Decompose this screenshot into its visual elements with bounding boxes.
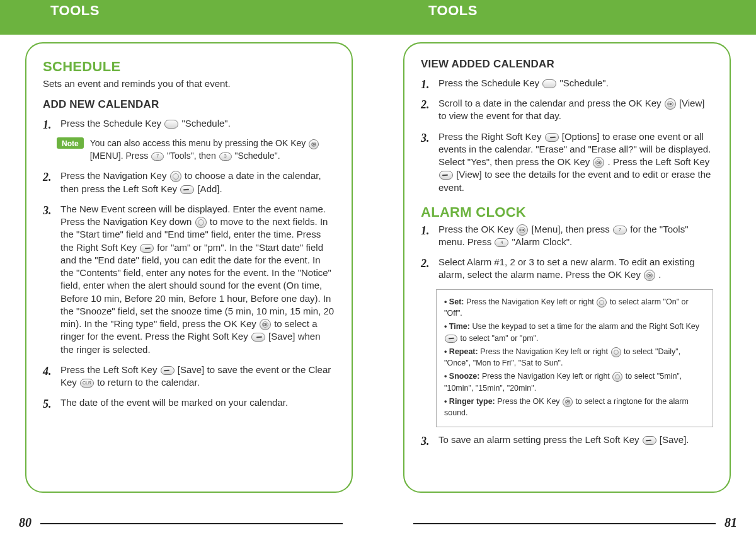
schedule-steps: Press the Schedule Key "Schedule". (43, 117, 335, 130)
page-number-left: 80 (13, 515, 38, 530)
text: "Schedule". (181, 118, 230, 129)
text: [Menu], then press (532, 224, 612, 234)
text: You can also access this menu by pressin… (90, 138, 309, 148)
key-7-icon (151, 152, 164, 161)
schedule-step-2: Press the Navigation Key to choose a dat… (43, 170, 335, 195)
content-panel-right: VIEW ADDED CALENDAR Press the Schedule K… (403, 42, 731, 493)
schedule-step-5: The date of the event will be marked on … (43, 396, 335, 409)
schedule-key-icon (542, 79, 556, 88)
alarm-step-2: Select Alarm #1, 2 or 3 to set a new ala… (421, 256, 713, 282)
nav-key-icon (597, 297, 607, 308)
text: Press the Left Soft Key (60, 364, 160, 375)
ok-key-icon (593, 157, 604, 168)
text: Press the OK Key (438, 224, 516, 234)
label: • Time: (444, 322, 472, 331)
text: to select "am" or "pm". (460, 334, 538, 343)
text: [Save]. (660, 434, 689, 445)
text: to return to the calendar. (97, 377, 200, 388)
right-soft-key-icon (251, 333, 265, 342)
key-4-icon (495, 238, 508, 247)
text: Select Alarm #1, 2 or 3 to set a new ala… (438, 256, 695, 280)
ok-key-icon (665, 98, 676, 110)
text: The date of the event will be marked on … (60, 397, 288, 408)
option-repeat: • Repeat: Press the Navigation Key left … (444, 346, 705, 370)
alarm-clock-title: ALARM CLOCK (421, 203, 713, 222)
page-number-right: 81 (718, 515, 743, 530)
text: [MENU]. Press (90, 151, 151, 161)
text: [Add]. (197, 183, 222, 194)
ok-key-icon (644, 270, 655, 281)
schedule-steps-cont: Press the Navigation Key to choose a dat… (43, 170, 335, 409)
schedule-desc: Sets an event and reminds you of that ev… (43, 78, 335, 90)
schedule-key-icon (164, 120, 178, 129)
text: "Schedule". (234, 151, 280, 161)
right-soft-key-icon (445, 335, 457, 343)
text: Press the Schedule Key (438, 78, 542, 88)
schedule-step-1: Press the Schedule Key "Schedule". (43, 117, 335, 130)
option-time: • Time: Use the keypad to set a time for… (444, 321, 705, 345)
text: Press the Schedule Key (60, 118, 164, 129)
view-added-calendar-title: VIEW ADDED CALENDAR (421, 57, 713, 72)
alarm-steps-cont: To save an alarm setting press the Left … (421, 434, 713, 446)
key-7-icon (613, 226, 627, 234)
view-step-2: Scroll to a date in the calendar and pre… (421, 97, 713, 123)
note-box: Note You can also access this menu by pr… (57, 137, 335, 162)
text: Press the Navigation Key left or right (482, 372, 612, 381)
left-soft-key-icon (161, 366, 175, 375)
left-soft-key-icon (180, 185, 194, 194)
nav-key-down-icon (195, 217, 207, 228)
alarm-steps: Press the OK Key [Menu], then press for … (421, 223, 713, 282)
page-left: TOOLS SCHEDULE Sets an event and reminds… (0, 0, 378, 535)
text: Press the Navigation Key left or right (480, 347, 610, 356)
schedule-title: SCHEDULE (43, 57, 335, 76)
ok-key-icon (260, 319, 271, 330)
label: • Set: (444, 297, 466, 306)
text: Press the Navigation Key (60, 170, 169, 181)
text: . (658, 269, 661, 280)
text: [View] to see the details for the event … (438, 169, 711, 192)
alarm-step-1: Press the OK Key [Menu], then press for … (421, 223, 713, 249)
content-panel-left: SCHEDULE Sets an event and reminds you o… (25, 42, 353, 493)
text: Press the OK Key (497, 397, 562, 406)
schedule-step-3: The New Event screen will be displayed. … (43, 203, 335, 356)
note-badge: Note (57, 137, 84, 149)
text: . Press the Left Soft Key (608, 156, 710, 167)
text: Press the Navigation Key left or right (466, 297, 596, 306)
option-set: • Set: Press the Navigation Key left or … (444, 296, 705, 320)
header-title-left: TOOLS (25, 0, 353, 35)
text: To save an alarm setting press the Left … (438, 434, 642, 445)
right-soft-key-icon (545, 133, 559, 142)
add-new-calendar-title: ADD NEW CALENDAR (43, 98, 335, 112)
schedule-step-4: Press the Left Soft Key [Save] to save t… (43, 364, 335, 389)
key-3-icon (219, 152, 232, 161)
nav-key-icon (612, 372, 622, 382)
left-soft-key-icon (643, 436, 656, 445)
view-steps: Press the Schedule Key "Schedule". Scrol… (421, 77, 713, 194)
view-step-1: Press the Schedule Key "Schedule". (421, 77, 713, 89)
note-text: You can also access this menu by pressin… (90, 137, 335, 162)
text: for "am" or "pm". In the "Start date" fi… (60, 242, 334, 330)
ok-key-icon (309, 139, 319, 149)
option-ringer: • Ringer type: Press the OK Key to selec… (444, 396, 705, 420)
alarm-options-box: • Set: Press the Navigation Key left or … (436, 289, 713, 428)
label: • Ringer type: (444, 397, 497, 406)
label: • Snooze: (444, 372, 482, 381)
view-step-3: Press the Right Soft Key [Options] to er… (421, 130, 713, 194)
text: "Schedule". (559, 78, 608, 88)
ok-key-icon (563, 397, 573, 407)
option-snooze: • Snooze: Press the Navigation Key left … (444, 371, 705, 394)
clear-key-icon (80, 379, 94, 388)
nav-key-icon (611, 347, 621, 357)
header-title-right: TOOLS (403, 0, 731, 35)
alarm-step-3: To save an alarm setting press the Left … (421, 434, 713, 446)
label: • Repeat: (444, 347, 480, 356)
text: "Alarm Clock". (512, 236, 573, 247)
text: "Tools", then (167, 151, 219, 161)
text: Use the keypad to set a time for the ala… (472, 322, 699, 331)
right-soft-key-icon (140, 244, 154, 253)
nav-key-icon (170, 171, 181, 182)
text: Press the Right Soft Key (438, 131, 544, 142)
text: Scroll to a date in the calendar and pre… (438, 98, 664, 108)
page-right: TOOLS VIEW ADDED CALENDAR Press the Sche… (378, 0, 756, 535)
ok-key-icon (517, 224, 528, 236)
